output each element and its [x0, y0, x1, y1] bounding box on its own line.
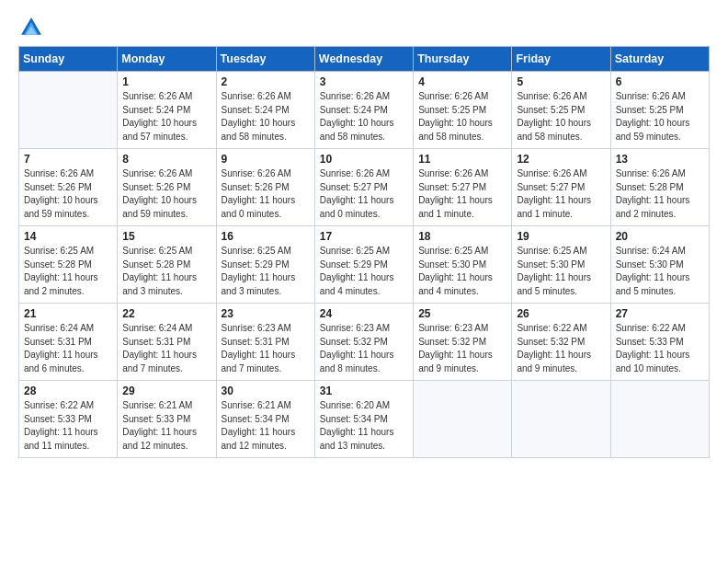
calendar-cell: 5Sunrise: 6:26 AM Sunset: 5:25 PM Daylig…	[512, 72, 610, 149]
calendar-cell: 18Sunrise: 6:25 AM Sunset: 5:30 PM Dayli…	[414, 226, 512, 304]
calendar-cell: 4Sunrise: 6:26 AM Sunset: 5:25 PM Daylig…	[414, 72, 512, 149]
col-header-thursday: Thursday	[414, 47, 512, 72]
day-info: Sunrise: 6:26 AM Sunset: 5:24 PM Dayligh…	[222, 90, 310, 144]
day-number: 18	[418, 230, 506, 243]
calendar-cell	[610, 381, 709, 458]
day-info: Sunrise: 6:26 AM Sunset: 5:26 PM Dayligh…	[222, 167, 310, 221]
day-number: 13	[616, 153, 704, 166]
day-info: Sunrise: 6:22 AM Sunset: 5:33 PM Dayligh…	[24, 399, 112, 453]
calendar-week-row: 1Sunrise: 6:26 AM Sunset: 5:24 PM Daylig…	[19, 72, 710, 149]
calendar-cell	[512, 381, 610, 458]
day-info: Sunrise: 6:26 AM Sunset: 5:27 PM Dayligh…	[320, 167, 408, 221]
day-number: 16	[222, 230, 310, 243]
calendar-cell: 26Sunrise: 6:22 AM Sunset: 5:32 PM Dayli…	[512, 304, 610, 381]
col-header-monday: Monday	[118, 47, 216, 72]
day-info: Sunrise: 6:24 AM Sunset: 5:31 PM Dayligh…	[24, 322, 112, 375]
day-number: 29	[122, 385, 210, 397]
day-info: Sunrise: 6:26 AM Sunset: 5:25 PM Dayligh…	[418, 90, 506, 144]
day-info: Sunrise: 6:26 AM Sunset: 5:25 PM Dayligh…	[616, 90, 704, 144]
day-number: 2	[222, 75, 310, 88]
day-number: 20	[616, 230, 704, 243]
header	[18, 15, 710, 40]
day-info: Sunrise: 6:25 AM Sunset: 5:28 PM Dayligh…	[122, 245, 210, 298]
logo-icon	[18, 15, 44, 40]
day-number: 17	[320, 230, 408, 243]
day-info: Sunrise: 6:26 AM Sunset: 5:26 PM Dayligh…	[122, 167, 210, 221]
calendar-cell: 20Sunrise: 6:24 AM Sunset: 5:30 PM Dayli…	[610, 226, 709, 304]
col-header-tuesday: Tuesday	[216, 47, 314, 72]
calendar-cell: 9Sunrise: 6:26 AM Sunset: 5:26 PM Daylig…	[216, 149, 314, 226]
calendar-cell: 25Sunrise: 6:23 AM Sunset: 5:32 PM Dayli…	[414, 304, 512, 381]
day-number: 22	[122, 307, 210, 320]
day-number: 30	[222, 385, 310, 397]
day-info: Sunrise: 6:21 AM Sunset: 5:34 PM Dayligh…	[222, 399, 310, 453]
calendar-cell: 21Sunrise: 6:24 AM Sunset: 5:31 PM Dayli…	[19, 304, 118, 381]
day-info: Sunrise: 6:26 AM Sunset: 5:27 PM Dayligh…	[517, 167, 605, 221]
day-info: Sunrise: 6:26 AM Sunset: 5:25 PM Dayligh…	[517, 90, 605, 144]
calendar-cell: 3Sunrise: 6:26 AM Sunset: 5:24 PM Daylig…	[314, 72, 413, 149]
calendar-cell: 24Sunrise: 6:23 AM Sunset: 5:32 PM Dayli…	[314, 304, 413, 381]
calendar-cell: 2Sunrise: 6:26 AM Sunset: 5:24 PM Daylig…	[216, 72, 314, 149]
calendar-cell: 16Sunrise: 6:25 AM Sunset: 5:29 PM Dayli…	[216, 226, 314, 304]
day-number: 25	[418, 307, 506, 320]
calendar-week-row: 7Sunrise: 6:26 AM Sunset: 5:26 PM Daylig…	[19, 149, 710, 226]
day-info: Sunrise: 6:26 AM Sunset: 5:28 PM Dayligh…	[616, 167, 704, 221]
day-number: 21	[24, 307, 112, 320]
day-info: Sunrise: 6:22 AM Sunset: 5:32 PM Dayligh…	[517, 322, 605, 375]
day-info: Sunrise: 6:22 AM Sunset: 5:33 PM Dayligh…	[616, 322, 704, 375]
calendar-cell	[414, 381, 512, 458]
day-number: 1	[122, 75, 210, 88]
calendar-cell: 19Sunrise: 6:25 AM Sunset: 5:30 PM Dayli…	[512, 226, 610, 304]
day-info: Sunrise: 6:26 AM Sunset: 5:24 PM Dayligh…	[122, 90, 210, 144]
day-number: 15	[122, 230, 210, 243]
calendar-cell: 8Sunrise: 6:26 AM Sunset: 5:26 PM Daylig…	[118, 149, 216, 226]
day-number: 12	[517, 153, 605, 166]
calendar-week-row: 21Sunrise: 6:24 AM Sunset: 5:31 PM Dayli…	[19, 304, 710, 381]
calendar-cell: 6Sunrise: 6:26 AM Sunset: 5:25 PM Daylig…	[610, 72, 709, 149]
calendar-cell: 23Sunrise: 6:23 AM Sunset: 5:31 PM Dayli…	[216, 304, 314, 381]
day-number: 8	[122, 153, 210, 166]
calendar-cell: 12Sunrise: 6:26 AM Sunset: 5:27 PM Dayli…	[512, 149, 610, 226]
calendar-cell: 27Sunrise: 6:22 AM Sunset: 5:33 PM Dayli…	[610, 304, 709, 381]
col-header-friday: Friday	[512, 47, 610, 72]
day-info: Sunrise: 6:23 AM Sunset: 5:32 PM Dayligh…	[418, 322, 506, 375]
day-number: 10	[320, 153, 408, 166]
day-info: Sunrise: 6:24 AM Sunset: 5:31 PM Dayligh…	[122, 322, 210, 375]
col-header-sunday: Sunday	[19, 47, 118, 72]
calendar-week-row: 14Sunrise: 6:25 AM Sunset: 5:28 PM Dayli…	[19, 226, 710, 304]
calendar-cell: 30Sunrise: 6:21 AM Sunset: 5:34 PM Dayli…	[216, 381, 314, 458]
calendar: SundayMondayTuesdayWednesdayThursdayFrid…	[18, 46, 710, 458]
day-info: Sunrise: 6:25 AM Sunset: 5:30 PM Dayligh…	[517, 245, 605, 298]
calendar-cell: 1Sunrise: 6:26 AM Sunset: 5:24 PM Daylig…	[118, 72, 216, 149]
day-number: 27	[616, 307, 704, 320]
calendar-cell	[19, 72, 118, 149]
day-info: Sunrise: 6:21 AM Sunset: 5:33 PM Dayligh…	[122, 399, 210, 453]
day-number: 26	[517, 307, 605, 320]
day-info: Sunrise: 6:20 AM Sunset: 5:34 PM Dayligh…	[320, 399, 408, 453]
calendar-cell: 11Sunrise: 6:26 AM Sunset: 5:27 PM Dayli…	[414, 149, 512, 226]
calendar-cell: 15Sunrise: 6:25 AM Sunset: 5:28 PM Dayli…	[118, 226, 216, 304]
col-header-saturday: Saturday	[610, 47, 709, 72]
calendar-cell: 22Sunrise: 6:24 AM Sunset: 5:31 PM Dayli…	[118, 304, 216, 381]
col-header-wednesday: Wednesday	[314, 47, 413, 72]
day-info: Sunrise: 6:23 AM Sunset: 5:32 PM Dayligh…	[320, 322, 408, 375]
day-number: 5	[517, 75, 605, 88]
calendar-cell: 10Sunrise: 6:26 AM Sunset: 5:27 PM Dayli…	[314, 149, 413, 226]
calendar-cell: 13Sunrise: 6:26 AM Sunset: 5:28 PM Dayli…	[610, 149, 709, 226]
day-number: 4	[418, 75, 506, 88]
day-info: Sunrise: 6:23 AM Sunset: 5:31 PM Dayligh…	[222, 322, 310, 375]
calendar-cell: 31Sunrise: 6:20 AM Sunset: 5:34 PM Dayli…	[314, 381, 413, 458]
day-number: 7	[24, 153, 112, 166]
day-number: 31	[320, 385, 408, 397]
day-number: 6	[616, 75, 704, 88]
day-number: 14	[24, 230, 112, 243]
day-info: Sunrise: 6:26 AM Sunset: 5:26 PM Dayligh…	[24, 167, 112, 221]
day-info: Sunrise: 6:25 AM Sunset: 5:30 PM Dayligh…	[418, 245, 506, 298]
day-number: 11	[418, 153, 506, 166]
day-info: Sunrise: 6:26 AM Sunset: 5:27 PM Dayligh…	[418, 167, 506, 221]
day-number: 24	[320, 307, 408, 320]
day-number: 19	[517, 230, 605, 243]
day-number: 9	[222, 153, 310, 166]
day-number: 28	[24, 385, 112, 397]
calendar-cell: 17Sunrise: 6:25 AM Sunset: 5:29 PM Dayli…	[314, 226, 413, 304]
